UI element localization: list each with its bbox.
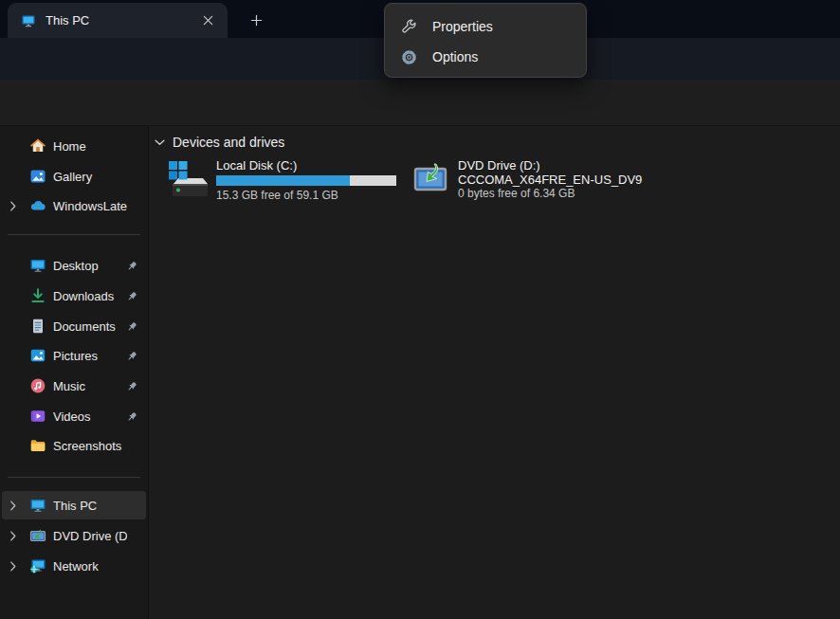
sidebar-separator xyxy=(8,234,140,235)
chevron-right-icon[interactable] xyxy=(9,501,19,510)
wrench-icon xyxy=(401,19,417,35)
sidebar-item-label: Pictures xyxy=(53,349,127,363)
drive-volume-label: CCCOMA_X64FRE_EN-US_DV9 xyxy=(458,173,642,187)
sidebar-item-screenshots[interactable]: Screenshots xyxy=(2,431,146,460)
sidebar-item-label: This PC xyxy=(53,499,127,513)
gallery-icon xyxy=(29,168,46,185)
new-tab-button[interactable] xyxy=(245,9,267,30)
menu-item-options[interactable]: Options xyxy=(390,43,581,71)
pin-icon xyxy=(126,290,138,302)
menu-item-label: Properties xyxy=(432,19,493,34)
see-more-dropdown-menu: Properties Options xyxy=(384,3,587,78)
sidebar-item-home[interactable]: Home xyxy=(2,132,146,160)
sidebar-item-label: DVD Drive (D:) CCC xyxy=(53,529,127,543)
gear-icon xyxy=(401,49,417,65)
sidebar-item-label: Network xyxy=(53,559,127,573)
sidebar-item-downloads[interactable]: Downloads xyxy=(2,282,146,310)
sidebar-item-documents[interactable]: Documents xyxy=(2,312,146,340)
section-devices-and-drives[interactable]: Devices and drives xyxy=(155,135,284,150)
sidebar-item-network[interactable]: Network xyxy=(2,552,146,580)
this-pc-monitor-icon xyxy=(29,497,46,514)
videos-icon xyxy=(29,408,46,425)
sidebar-item-gallery[interactable]: Gallery xyxy=(2,162,146,191)
home-icon xyxy=(29,137,46,155)
folder-icon xyxy=(29,437,46,454)
desktop-icon xyxy=(29,257,46,274)
onedrive-cloud-icon xyxy=(29,197,46,214)
dvd-drive-icon xyxy=(29,527,46,544)
disk-usage-fill xyxy=(216,175,350,186)
file-explorer-window: This PC xyxy=(0,0,840,619)
sidebar-item-desktop[interactable]: Desktop xyxy=(2,251,146,280)
tab-close-icon[interactable] xyxy=(197,10,218,31)
chevron-right-icon[interactable] xyxy=(9,201,19,210)
pin-icon xyxy=(126,260,138,272)
sidebar-item-this-pc[interactable]: This PC xyxy=(2,491,146,519)
network-icon xyxy=(29,557,46,574)
chevron-right-icon[interactable] xyxy=(9,531,19,540)
pin-icon xyxy=(126,380,138,392)
sidebar-item-label: Home xyxy=(53,139,127,154)
section-header-label: Devices and drives xyxy=(173,135,284,150)
chevron-right-icon[interactable] xyxy=(9,561,19,571)
drive-free-space: 0 bytes free of 6.34 GB xyxy=(458,187,575,200)
dvd-media-icon xyxy=(413,162,449,192)
sidebar-item-label: Downloads xyxy=(53,289,127,303)
pin-icon xyxy=(126,410,138,423)
chevron-down-icon xyxy=(155,139,165,146)
tab-title: This PC xyxy=(46,13,188,27)
drive-free-space: 15.3 GB free of 59.1 GB xyxy=(216,189,338,202)
downloads-icon xyxy=(29,287,46,304)
drive-name: Local Disk (C:) xyxy=(216,158,297,173)
menu-item-label: Options xyxy=(432,49,478,64)
sidebar-item-label: Screenshots xyxy=(53,439,127,453)
menu-item-properties[interactable]: Properties xyxy=(390,12,581,41)
sidebar-item-pictures[interactable]: Pictures xyxy=(2,341,146,370)
sidebar-item-videos[interactable]: Videos xyxy=(2,402,146,430)
sidebar-item-label: Music xyxy=(53,379,127,393)
this-pc-monitor-icon xyxy=(21,13,36,28)
tab-this-pc[interactable]: This PC xyxy=(8,3,228,38)
command-toolbar: New xyxy=(0,80,840,126)
sidebar-item-label: Documents xyxy=(53,319,127,334)
disk-usage-bar xyxy=(216,175,396,186)
sidebar-item-label: Gallery xyxy=(53,170,127,184)
navigation-pane: Home Gallery WindowsLatest - Pe xyxy=(0,126,149,619)
sidebar-separator xyxy=(8,477,140,478)
hard-drive-icon xyxy=(167,157,209,199)
music-icon xyxy=(29,377,46,394)
sidebar-item-onedrive[interactable]: WindowsLatest - Pe xyxy=(2,191,146,220)
documents-icon xyxy=(29,318,46,335)
drive-tile-dvd-d[interactable]: DVD Drive (D:) CCCOMA_X64FRE_EN-US_DV9 0… xyxy=(410,155,647,204)
sidebar-item-music[interactable]: Music xyxy=(2,372,146,400)
drive-name: DVD Drive (D:) xyxy=(458,158,540,173)
pin-icon xyxy=(126,350,138,362)
sidebar-item-label: Desktop xyxy=(53,259,127,273)
sidebar-item-label: WindowsLatest - Pe xyxy=(53,199,127,213)
sidebar-item-label: Videos xyxy=(53,410,127,424)
pictures-icon xyxy=(29,347,46,364)
pin-icon xyxy=(126,320,138,333)
sidebar-item-dvd-drive[interactable]: DVD Drive (D:) CCC xyxy=(2,521,146,550)
